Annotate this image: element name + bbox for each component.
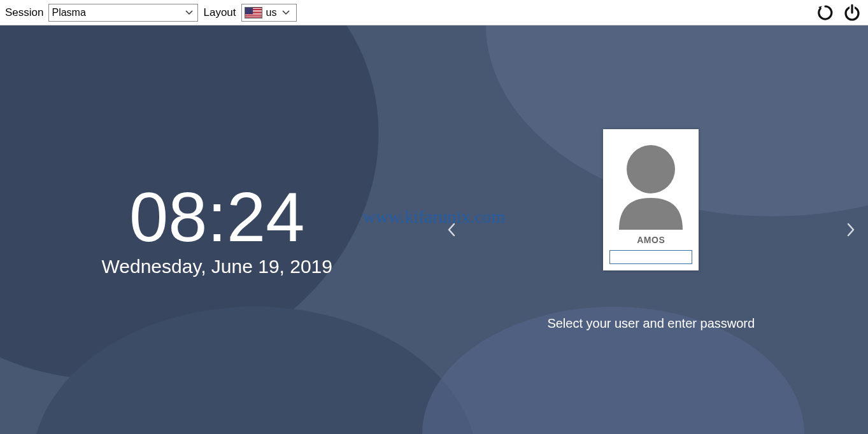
prev-user-button[interactable] <box>441 216 462 243</box>
user-avatar-icon <box>609 134 692 230</box>
user-name: AMOS <box>637 235 665 245</box>
clock-time: 08:24 <box>129 182 304 252</box>
layout-label: Layout <box>203 6 236 19</box>
restart-icon <box>816 4 834 22</box>
chevron-left-icon <box>447 223 456 237</box>
top-bar: Session Plasma Layout us <box>0 0 868 25</box>
login-pane: AMOS Select your user and enter password <box>434 25 869 434</box>
session-dropdown[interactable]: Plasma <box>48 4 198 22</box>
content: 08:24 Wednesday, June 19, 2019 AMOS Sele… <box>0 25 868 434</box>
chevron-right-icon <box>846 223 855 237</box>
session-value: Plasma <box>52 7 85 18</box>
password-input[interactable] <box>609 250 692 264</box>
chevron-down-icon <box>280 10 292 15</box>
login-hint: Select your user and enter password <box>547 316 755 331</box>
clock-date: Wednesday, June 19, 2019 <box>102 256 333 277</box>
clock-pane: 08:24 Wednesday, June 19, 2019 <box>0 25 434 434</box>
shutdown-button[interactable] <box>841 2 863 24</box>
chevron-down-icon <box>183 10 195 15</box>
power-icon <box>843 4 861 22</box>
restart-button[interactable] <box>815 2 836 24</box>
next-user-button[interactable] <box>840 216 862 243</box>
layout-value: us <box>266 7 277 18</box>
user-card: AMOS <box>603 129 699 270</box>
svg-point-3 <box>627 145 675 193</box>
layout-dropdown[interactable]: us <box>241 4 297 22</box>
session-label: Session <box>5 6 43 19</box>
flag-us-icon <box>245 7 262 18</box>
